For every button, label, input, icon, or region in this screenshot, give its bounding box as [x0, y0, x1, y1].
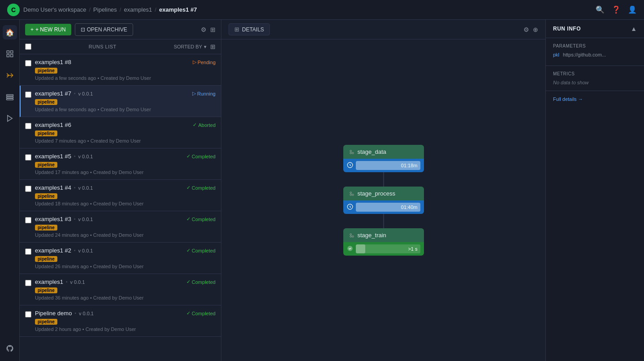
- sidenav-models[interactable]: [3, 47, 17, 61]
- run-checkbox[interactable]: [25, 186, 31, 192]
- run-status: ✓ Completed: [186, 279, 216, 285]
- full-details-link[interactable]: Full details →: [546, 91, 644, 107]
- run-content: examples1 #7 •v 0.0.1 ▷ Running pipeline…: [35, 90, 216, 112]
- run-dot: •: [74, 91, 76, 96]
- run-item[interactable]: examples1 #2 •v 0.0.1 ✓ Completed pipeli…: [20, 243, 221, 274]
- run-item[interactable]: examples1 #3 •v 0.0.1 ✓ Completed pipeli…: [20, 211, 221, 243]
- breadcrumb-current: examples1 #7: [159, 6, 197, 13]
- status-text: Running: [197, 91, 216, 96]
- run-title-row: examples1 #6 ✓ Aborted: [35, 122, 216, 128]
- run-content: examples1 #8 ▷ Pending pipeline Updated …: [35, 59, 216, 81]
- run-item[interactable]: examples1 #4 •v 0.0.1 ✓ Completed pipeli…: [20, 180, 221, 211]
- run-item[interactable]: examples1 #7 •v 0.0.1 ▷ Running pipeline…: [20, 86, 221, 117]
- run-version: v 0.0.1: [78, 217, 93, 222]
- stage-connector: [383, 172, 384, 187]
- param-row: pkl https://github.com...: [553, 52, 637, 57]
- status-text: Completed: [192, 248, 216, 253]
- run-dot: •: [66, 279, 68, 284]
- svg-point-13: [352, 194, 354, 196]
- run-checkbox[interactable]: [25, 154, 31, 161]
- breadcrumb-pipeline[interactable]: examples1: [124, 6, 152, 13]
- run-tag: pipeline: [35, 225, 57, 231]
- breadcrumb: Demo User's workspace / Pipelines / exam…: [23, 6, 197, 13]
- run-tag: pipeline: [35, 130, 57, 136]
- open-archive-button[interactable]: ⊡ OPEN ARCHIVE: [75, 23, 133, 36]
- runs-toolbar: + + NEW RUN ⊡ OPEN ARCHIVE ⚙ ⊞: [20, 20, 221, 39]
- param-key: pkl: [553, 52, 559, 57]
- sidenav-datasets[interactable]: [3, 90, 17, 104]
- stage-progress: 01:40m: [343, 200, 424, 214]
- stage-progress-bar: 01:40m: [356, 203, 420, 212]
- run-checkbox[interactable]: [25, 311, 31, 318]
- stage-progress-icon: [347, 162, 353, 170]
- status-text: Completed: [192, 154, 216, 159]
- run-dot: •: [74, 311, 76, 316]
- stage-progress-fill: [356, 244, 366, 253]
- sidenav-pipelines[interactable]: [3, 68, 17, 83]
- search-icon[interactable]: 🔍: [596, 5, 605, 14]
- status-icon: ✓: [186, 153, 190, 159]
- sort-button[interactable]: SORTED BY ▾: [174, 44, 207, 50]
- stage-node-stage_process: stage_process 01:40m: [343, 187, 424, 214]
- sidenav-runs[interactable]: [3, 111, 17, 126]
- sidenav-home[interactable]: 🏠: [3, 25, 17, 39]
- breadcrumb-pipelines[interactable]: Pipelines: [93, 6, 117, 13]
- canvas-settings-icon[interactable]: ⚙: [523, 26, 529, 33]
- run-content: examples1 #2 •v 0.0.1 ✓ Completed pipeli…: [35, 247, 216, 269]
- details-tab[interactable]: ⊞ DETAILS: [229, 23, 270, 35]
- status-text: Aborted: [198, 122, 216, 128]
- run-content: examples1 #4 •v 0.0.1 ✓ Completed pipeli…: [35, 184, 216, 206]
- run-checkbox[interactable]: [25, 91, 31, 98]
- run-item[interactable]: examples1 #5 •v 0.0.1 ✓ Completed pipeli…: [20, 148, 221, 180]
- runs-panel: + + NEW RUN ⊡ OPEN ARCHIVE ⚙ ⊞ RUNS LIST…: [20, 20, 221, 361]
- user-avatar[interactable]: 👤: [628, 5, 637, 14]
- filter-icon-button[interactable]: ⊞: [210, 43, 216, 50]
- run-title-row: examples1 #5 •v 0.0.1 ✓ Completed: [35, 153, 216, 160]
- run-tag: pipeline: [35, 99, 57, 105]
- breadcrumb-sep1: /: [89, 6, 91, 13]
- svg-point-8: [350, 150, 351, 152]
- collapse-icon[interactable]: ▲: [631, 25, 637, 32]
- run-item[interactable]: examples1 #6 ✓ Aborted pipeline Updated …: [20, 117, 221, 148]
- svg-rect-3: [10, 55, 13, 57]
- stage-progress-bar: >1 s: [356, 244, 420, 253]
- run-version: v 0.0.1: [78, 248, 93, 253]
- stage-progress-text: 01:40m: [401, 204, 418, 210]
- canvas-view-icon[interactable]: ⊕: [533, 26, 538, 33]
- svg-point-10: [350, 152, 351, 154]
- sidenav-github[interactable]: [3, 341, 17, 356]
- run-name: examples1 #8: [35, 59, 71, 65]
- stage-title: stage_data: [358, 148, 386, 155]
- run-checkbox[interactable]: [25, 60, 31, 66]
- metrics-label: METRICS: [553, 71, 637, 76]
- run-status: ▷ Running: [192, 91, 216, 96]
- select-all-checkbox[interactable]: [25, 43, 31, 50]
- run-content: Pipeline demo •v 0.0.1 ✓ Completed pipel…: [35, 310, 216, 332]
- stage-node-stage_data: stage_data 01:18m: [343, 145, 424, 172]
- run-item[interactable]: Pipeline demo •v 0.0.1 ✓ Completed pipel…: [20, 305, 221, 337]
- status-icon: ✓: [193, 122, 197, 128]
- run-checkbox[interactable]: [25, 217, 31, 223]
- status-icon: ✓: [186, 216, 190, 222]
- new-run-label: + NEW RUN: [35, 26, 66, 33]
- run-item[interactable]: examples1 •v 0.0.1 ✓ Completed pipeline …: [20, 274, 221, 305]
- full-details-text: Full details →: [553, 96, 583, 102]
- help-icon[interactable]: ❓: [612, 5, 621, 14]
- view-icon-button[interactable]: ⊞: [210, 26, 216, 33]
- breadcrumb-sep3: /: [155, 6, 156, 13]
- run-meta: Updated 17 minutes ago • Created by Demo…: [35, 170, 216, 175]
- stage-connector: [383, 214, 384, 228]
- run-content: examples1 #5 •v 0.0.1 ✓ Completed pipeli…: [35, 153, 216, 175]
- run-checkbox[interactable]: [25, 280, 31, 286]
- stage-header: stage_process: [343, 187, 424, 200]
- new-run-button[interactable]: + + NEW RUN: [25, 24, 71, 35]
- run-tag: pipeline: [35, 162, 57, 168]
- run-checkbox[interactable]: [25, 123, 31, 129]
- settings-icon-button[interactable]: ⚙: [201, 26, 207, 33]
- run-title-row: examples1 •v 0.0.1 ✓ Completed: [35, 278, 216, 285]
- no-data-text: No data to show: [553, 80, 637, 85]
- run-checkbox[interactable]: [25, 248, 31, 255]
- svg-rect-4: [6, 95, 13, 96]
- run-item[interactable]: examples1 #8 ▷ Pending pipeline Updated …: [20, 54, 221, 86]
- breadcrumb-workspace[interactable]: Demo User's workspace: [23, 6, 86, 13]
